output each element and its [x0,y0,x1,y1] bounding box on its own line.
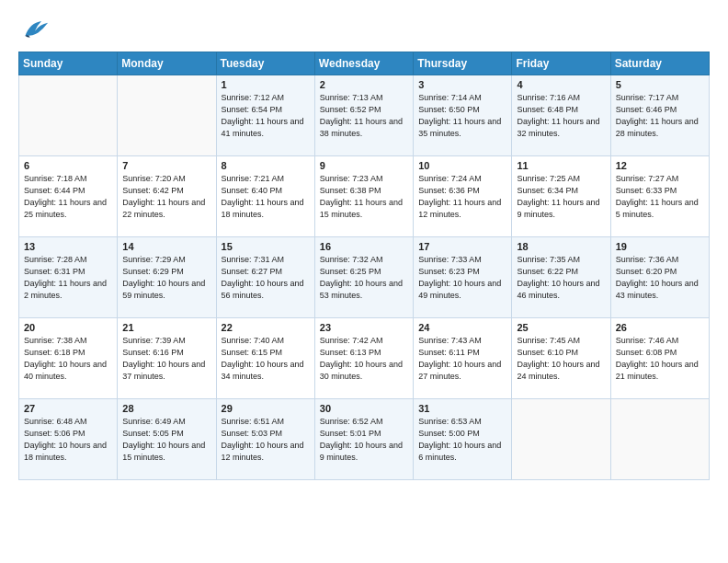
logo-icon [18,15,51,42]
day-info: Sunrise: 7:45 AMSunset: 6:10 PMDaylight:… [517,335,605,383]
weekday-header-friday: Friday [512,52,610,75]
day-info: Sunrise: 7:33 AMSunset: 6:23 PMDaylight:… [418,254,506,302]
day-info: Sunrise: 6:49 AMSunset: 5:05 PMDaylight:… [122,416,210,464]
weekday-header-sunday: Sunday [19,52,118,75]
day-number: 29 [222,403,310,414]
day-number: 24 [418,322,506,333]
day-info: Sunrise: 7:46 AMSunset: 6:08 PMDaylight:… [616,335,704,383]
week-row-5: 27Sunrise: 6:48 AMSunset: 5:06 PMDayligh… [19,399,710,480]
day-info: Sunrise: 7:38 AMSunset: 6:18 PMDaylight:… [24,335,112,383]
day-info: Sunrise: 7:12 AMSunset: 6:54 PMDaylight:… [222,92,310,140]
calendar-cell [19,75,118,156]
calendar-cell: 12Sunrise: 7:27 AMSunset: 6:33 PMDayligh… [610,156,709,237]
day-number: 28 [122,403,210,414]
calendar-table: SundayMondayTuesdayWednesdayThursdayFrid… [18,52,710,480]
day-info: Sunrise: 7:24 AMSunset: 6:36 PMDaylight:… [418,173,506,221]
weekday-header-monday: Monday [118,52,216,75]
day-info: Sunrise: 7:36 AMSunset: 6:20 PMDaylight:… [616,254,704,302]
day-number: 30 [320,403,408,414]
calendar-cell: 8Sunrise: 7:21 AMSunset: 6:40 PMDaylight… [216,156,314,237]
day-info: Sunrise: 7:27 AMSunset: 6:33 PMDaylight:… [616,173,704,221]
calendar-cell: 14Sunrise: 7:29 AMSunset: 6:29 PMDayligh… [118,237,216,318]
calendar-cell: 18Sunrise: 7:35 AMSunset: 6:22 PMDayligh… [512,237,610,318]
calendar-cell: 23Sunrise: 7:42 AMSunset: 6:13 PMDayligh… [314,318,413,399]
calendar-cell: 19Sunrise: 7:36 AMSunset: 6:20 PMDayligh… [610,237,709,318]
day-number: 17 [418,241,506,252]
day-number: 31 [418,403,506,414]
day-number: 19 [616,241,704,252]
calendar-cell: 16Sunrise: 7:32 AMSunset: 6:25 PMDayligh… [314,237,413,318]
day-info: Sunrise: 7:14 AMSunset: 6:50 PMDaylight:… [418,92,506,140]
week-row-3: 13Sunrise: 7:28 AMSunset: 6:31 PMDayligh… [19,237,710,318]
day-number: 3 [418,79,506,90]
calendar-cell: 24Sunrise: 7:43 AMSunset: 6:11 PMDayligh… [414,318,512,399]
day-number: 21 [122,322,210,333]
day-number: 27 [24,403,112,414]
calendar-cell: 11Sunrise: 7:25 AMSunset: 6:34 PMDayligh… [512,156,610,237]
day-number: 5 [616,79,704,90]
day-number: 11 [517,160,605,171]
day-number: 22 [222,322,310,333]
day-info: Sunrise: 7:20 AMSunset: 6:42 PMDaylight:… [122,173,210,221]
day-info: Sunrise: 6:48 AMSunset: 5:06 PMDaylight:… [24,416,112,464]
weekday-header-wednesday: Wednesday [314,52,413,75]
day-info: Sunrise: 7:39 AMSunset: 6:16 PMDaylight:… [122,335,210,383]
day-number: 20 [24,322,112,333]
calendar-cell: 10Sunrise: 7:24 AMSunset: 6:36 PMDayligh… [414,156,512,237]
day-number: 4 [517,79,605,90]
calendar-cell: 21Sunrise: 7:39 AMSunset: 6:16 PMDayligh… [118,318,216,399]
calendar-cell: 1Sunrise: 7:12 AMSunset: 6:54 PMDaylight… [216,75,314,156]
day-info: Sunrise: 7:23 AMSunset: 6:38 PMDaylight:… [320,173,408,221]
calendar-cell: 7Sunrise: 7:20 AMSunset: 6:42 PMDaylight… [118,156,216,237]
week-row-2: 6Sunrise: 7:18 AMSunset: 6:44 PMDaylight… [19,156,710,237]
day-number: 16 [320,241,408,252]
weekday-header-thursday: Thursday [414,52,512,75]
day-info: Sunrise: 6:53 AMSunset: 5:00 PMDaylight:… [418,416,506,464]
day-info: Sunrise: 7:31 AMSunset: 6:27 PMDaylight:… [222,254,310,302]
calendar-cell: 22Sunrise: 7:40 AMSunset: 6:15 PMDayligh… [216,318,314,399]
logo [18,15,55,42]
day-number: 10 [418,160,506,171]
weekday-header-row: SundayMondayTuesdayWednesdayThursdayFrid… [19,52,710,75]
calendar-cell: 30Sunrise: 6:52 AMSunset: 5:01 PMDayligh… [314,399,413,480]
calendar-cell: 9Sunrise: 7:23 AMSunset: 6:38 PMDaylight… [314,156,413,237]
calendar-cell [610,399,709,480]
day-number: 6 [24,160,112,171]
day-info: Sunrise: 7:21 AMSunset: 6:40 PMDaylight:… [222,173,310,221]
day-number: 25 [517,322,605,333]
day-info: Sunrise: 7:42 AMSunset: 6:13 PMDaylight:… [320,335,408,383]
calendar-cell: 31Sunrise: 6:53 AMSunset: 5:00 PMDayligh… [414,399,512,480]
day-info: Sunrise: 7:18 AMSunset: 6:44 PMDaylight:… [24,173,112,221]
calendar-cell: 29Sunrise: 6:51 AMSunset: 5:03 PMDayligh… [216,399,314,480]
calendar-cell: 20Sunrise: 7:38 AMSunset: 6:18 PMDayligh… [19,318,118,399]
day-number: 1 [222,79,310,90]
day-number: 18 [517,241,605,252]
calendar-cell [118,75,216,156]
calendar-cell: 15Sunrise: 7:31 AMSunset: 6:27 PMDayligh… [216,237,314,318]
day-info: Sunrise: 7:43 AMSunset: 6:11 PMDaylight:… [418,335,506,383]
calendar-page: SundayMondayTuesdayWednesdayThursdayFrid… [0,0,728,563]
calendar-cell [512,399,610,480]
calendar-cell: 28Sunrise: 6:49 AMSunset: 5:05 PMDayligh… [118,399,216,480]
day-info: Sunrise: 7:28 AMSunset: 6:31 PMDaylight:… [24,254,112,302]
day-number: 7 [122,160,210,171]
weekday-header-tuesday: Tuesday [216,52,314,75]
week-row-4: 20Sunrise: 7:38 AMSunset: 6:18 PMDayligh… [19,318,710,399]
calendar-cell: 3Sunrise: 7:14 AMSunset: 6:50 PMDaylight… [414,75,512,156]
day-info: Sunrise: 7:16 AMSunset: 6:48 PMDaylight:… [517,92,605,140]
day-number: 8 [222,160,310,171]
calendar-cell: 6Sunrise: 7:18 AMSunset: 6:44 PMDaylight… [19,156,118,237]
day-info: Sunrise: 6:52 AMSunset: 5:01 PMDaylight:… [320,416,408,464]
day-info: Sunrise: 7:13 AMSunset: 6:52 PMDaylight:… [320,92,408,140]
day-info: Sunrise: 7:40 AMSunset: 6:15 PMDaylight:… [222,335,310,383]
calendar-cell: 4Sunrise: 7:16 AMSunset: 6:48 PMDaylight… [512,75,610,156]
day-number: 12 [616,160,704,171]
day-number: 26 [616,322,704,333]
calendar-cell: 27Sunrise: 6:48 AMSunset: 5:06 PMDayligh… [19,399,118,480]
week-row-1: 1Sunrise: 7:12 AMSunset: 6:54 PMDaylight… [19,75,710,156]
day-info: Sunrise: 6:51 AMSunset: 5:03 PMDaylight:… [222,416,310,464]
calendar-cell: 25Sunrise: 7:45 AMSunset: 6:10 PMDayligh… [512,318,610,399]
day-info: Sunrise: 7:35 AMSunset: 6:22 PMDaylight:… [517,254,605,302]
day-info: Sunrise: 7:29 AMSunset: 6:29 PMDaylight:… [122,254,210,302]
day-number: 13 [24,241,112,252]
